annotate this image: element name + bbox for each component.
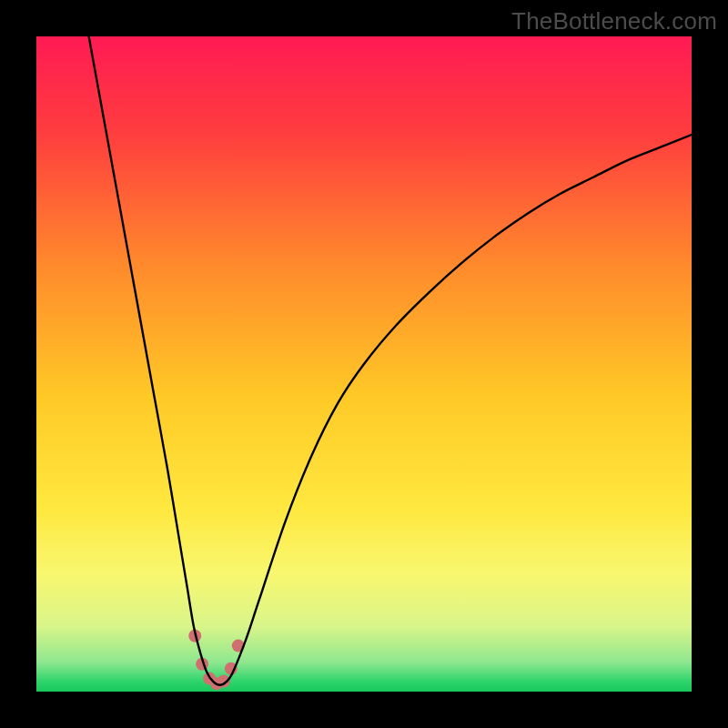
chart-svg: [36, 36, 692, 692]
plot-area: [36, 36, 692, 692]
chart-frame: TheBottleneck.com: [0, 0, 728, 728]
watermark-text: TheBottleneck.com: [511, 7, 717, 35]
